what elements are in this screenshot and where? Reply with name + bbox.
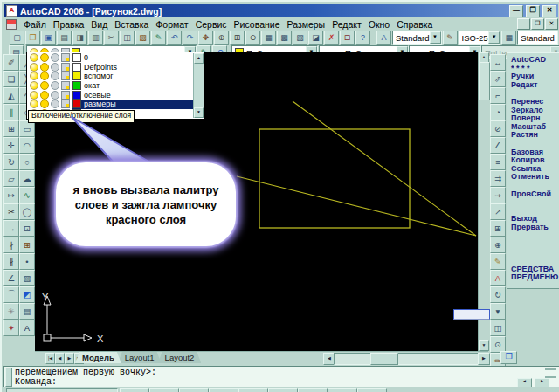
tool-palettes-button[interactable]: ▧ — [293, 31, 307, 45]
menu-item-Вставка[interactable]: Вставка — [111, 19, 152, 30]
layer-vp-freeze-icon[interactable] — [51, 53, 59, 62]
close-button[interactable]: ✕ — [542, 5, 556, 17]
circle-button[interactable]: ○ — [19, 154, 35, 170]
layer-on-icon[interactable] — [30, 81, 38, 90]
scroll-up-icon[interactable]: ▲ — [194, 53, 204, 64]
scale-button[interactable]: ▱ — [3, 170, 19, 187]
publish-button[interactable]: ▥ — [88, 31, 103, 45]
dim-aligned-button[interactable]: ⇗ — [490, 71, 506, 87]
extend-button[interactable]: → — [3, 220, 19, 237]
stretch-button[interactable]: ↦ — [3, 187, 19, 203]
maximize-button[interactable]: ❐ — [526, 5, 540, 17]
screen-menu-item-Отменить[interactable]: Отменить — [511, 173, 559, 182]
layer-row-размеры[interactable]: размеры — [28, 100, 194, 109]
screen-menu-item-Растян[interactable]: Растян — [511, 131, 559, 140]
status-button[interactable] — [357, 388, 387, 392]
redo-button[interactable]: ↷ — [183, 31, 197, 45]
mirror-button[interactable]: ◭ — [3, 87, 19, 104]
vertical-scroll-thumb[interactable] — [479, 62, 490, 100]
layer-on-icon[interactable] — [30, 72, 38, 80]
screen-menu-item-Редакт[interactable]: Редакт — [511, 81, 559, 90]
markup-button[interactable]: ✗ — [324, 31, 339, 45]
menu-item-Файл[interactable]: Файл — [20, 19, 50, 30]
layer-freeze-icon[interactable] — [40, 100, 49, 108]
dim-angular-button[interactable]: ∠ — [490, 137, 506, 154]
dim-update-button[interactable]: ↻ — [490, 286, 506, 303]
dim-style-combo[interactable]: ISO-25 ▼ — [459, 31, 501, 45]
tab-nav-icon-2[interactable]: ▶ — [65, 353, 74, 364]
status-button[interactable] — [209, 388, 238, 392]
dim-baseline-button[interactable]: ⇉ — [490, 170, 506, 187]
horizontal-scroll-thumb[interactable] — [370, 353, 398, 365]
layer-row-осевые[interactable]: осевые — [28, 90, 194, 100]
designcenter-button[interactable]: ▩ — [277, 31, 292, 45]
status-button[interactable] — [120, 388, 149, 392]
pan-button[interactable]: ✥ — [198, 31, 213, 45]
layer-vp-freeze-icon[interactable] — [51, 72, 59, 80]
menu-item-Вид[interactable]: Вид — [87, 19, 111, 30]
status-button[interactable] — [268, 388, 298, 392]
layer-row-0[interactable]: 0 — [28, 53, 194, 63]
paste-button[interactable]: ▨ — [135, 31, 150, 45]
layer-vp-freeze-icon[interactable] — [51, 100, 59, 108]
array-button[interactable]: ⊞ — [3, 120, 19, 137]
dim-radius-button[interactable]: ◔ — [490, 104, 506, 120]
menu-item-Размеры[interactable]: Размеры — [284, 19, 329, 30]
menu-item-Справка[interactable]: Справка — [393, 19, 436, 30]
clean-screen-button[interactable]: ❒ — [500, 351, 517, 364]
layer-lock-icon[interactable] — [61, 53, 70, 62]
text-style-combo[interactable]: Standard ▼ — [392, 31, 442, 45]
explode-button[interactable]: ✳ — [3, 303, 19, 320]
layer-row-Defpoints[interactable]: Defpoints — [28, 63, 194, 72]
new-button[interactable]: ▢ — [10, 31, 24, 45]
center-mark-button[interactable]: ⊕ — [490, 237, 506, 253]
dropdown-scrollbar[interactable]: ▲ ▼ — [193, 53, 204, 118]
table-style-combo[interactable]: Standard — [517, 31, 558, 45]
layer-lock-icon[interactable] — [61, 63, 70, 72]
child-minimize-button[interactable]: — — [517, 18, 530, 30]
tab-nav-icon-1[interactable]: ◀ — [55, 353, 65, 364]
status-button[interactable] — [179, 388, 209, 392]
status-button[interactable] — [298, 388, 328, 392]
layer-on-icon[interactable] — [30, 53, 38, 62]
chamfer-button[interactable]: ∠ — [3, 270, 19, 286]
menu-item-Сервис[interactable]: Сервис — [192, 19, 231, 30]
sheet-set-button[interactable]: ◪ — [308, 31, 323, 45]
command-window[interactable]: перемещением первую вочку>: Команда: ◀ ▶ — [3, 366, 559, 389]
calculator-button[interactable]: ⊟ — [340, 31, 355, 45]
erase-button[interactable]: ✐ — [3, 54, 19, 71]
tab-Layout1[interactable]: Layout1 — [118, 352, 162, 363]
layer-lock-icon[interactable] — [61, 81, 70, 90]
help-button[interactable]: ? — [355, 31, 370, 45]
break-at-point-button[interactable]: ∤ — [3, 237, 19, 253]
tab-Layout2[interactable]: Layout2 — [158, 352, 202, 363]
child-close-button[interactable]: ✕ — [545, 18, 558, 30]
screen-menu-item-ПРЕДМЕНЮ[interactable]: ПРЕДМЕНЮ — [511, 273, 559, 282]
zoom-window-button[interactable]: ⊞ — [230, 31, 245, 45]
dim-text-edit-button[interactable]: A — [490, 270, 506, 286]
copy-button[interactable]: ◫ — [120, 31, 135, 45]
menu-item-Окно[interactable]: Окно — [365, 19, 393, 30]
dim-edit-button[interactable]: ✎ — [490, 253, 506, 270]
chevron-down-icon[interactable]: ▼ — [430, 31, 441, 44]
plot-preview-button[interactable]: ◨ — [72, 31, 87, 45]
status-button[interactable] — [149, 388, 179, 392]
insert-block-button[interactable]: ⊡ — [19, 220, 35, 237]
hatch-button[interactable]: ▨ — [19, 270, 35, 286]
scroll-down-icon[interactable]: ▼ — [194, 107, 204, 118]
revcloud-button[interactable]: ☁ — [19, 170, 35, 187]
screen-menu-item-Прервать[interactable]: Прервать — [511, 224, 559, 232]
layer-on-icon[interactable] — [30, 63, 38, 72]
dim-style-button[interactable]: ▾ — [490, 303, 506, 320]
table-style-button[interactable]: ▦ — [501, 31, 516, 45]
dim-linear-button[interactable]: ↔ — [490, 54, 506, 71]
drawing-file-icon[interactable] — [6, 19, 17, 30]
layer-vp-freeze-icon[interactable] — [51, 81, 59, 90]
menu-item-Формат[interactable]: Формат — [152, 19, 191, 30]
gradient-button[interactable]: ◩ — [19, 286, 35, 303]
join-button[interactable]: ✦ — [3, 320, 19, 336]
layer-freeze-icon[interactable] — [40, 91, 49, 100]
dim-continue-button[interactable]: ⇢ — [490, 187, 506, 203]
trim-button[interactable]: ✂ — [3, 203, 19, 220]
ellipse-button[interactable]: ◯ — [19, 203, 35, 220]
